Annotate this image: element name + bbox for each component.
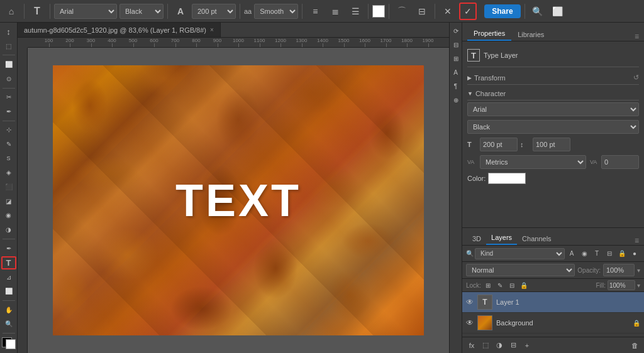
align-left-button[interactable]: ≡ (306, 3, 324, 20)
opacity-input[interactable] (603, 264, 635, 276)
lock-pixels-btn[interactable]: ⊞ (483, 280, 493, 290)
left-tool-brush[interactable]: ✎ (1, 138, 16, 151)
left-tool-zoom[interactable]: 🔍 (1, 318, 16, 331)
left-tool-eraser[interactable]: ⬛ (1, 180, 16, 193)
layer-item-bg[interactable]: 👁 Background 🔒 (462, 313, 644, 334)
panel-icon-4[interactable]: A (450, 67, 462, 78)
antialiasing-select[interactable]: Smooth (254, 4, 298, 19)
properties-options-button[interactable]: ≡ (635, 32, 639, 41)
left-tool-history[interactable]: ◈ (1, 166, 16, 180)
blend-mode-select[interactable]: Normal (466, 264, 575, 276)
add-fx-button[interactable]: fx (466, 340, 477, 351)
layers-options-button[interactable]: ≡ (635, 236, 639, 245)
options-panel-button[interactable]: ⊟ (413, 3, 431, 20)
left-tool-blur[interactable]: ◉ (1, 209, 16, 222)
document-tab[interactable]: autumn-g8d605d2c5_1920.jpg @ 83,6% (Laye… (18, 23, 221, 37)
left-tool-heal[interactable]: ⊹ (1, 124, 16, 137)
tracking-method-select[interactable]: Metrics (480, 155, 586, 169)
panel-icon-6[interactable]: ⊕ (450, 94, 462, 106)
tab-properties[interactable]: Properties (467, 27, 511, 41)
filter-icon-4[interactable]: ⊟ (604, 248, 615, 259)
sep6 (368, 4, 369, 19)
left-tool-dodge[interactable]: ◑ (1, 223, 16, 236)
lock-position-btn[interactable]: ✎ (495, 280, 505, 290)
tab-close-button[interactable]: × (210, 26, 214, 33)
left-tool-shape[interactable]: ⬜ (1, 285, 16, 298)
left-sep5 (3, 300, 15, 301)
filter-icon-1[interactable]: A (566, 248, 577, 259)
confirm-button[interactable]: ✓ (459, 3, 477, 20)
fill-input[interactable] (608, 280, 635, 290)
add-adjustment-button[interactable]: ◑ (494, 340, 505, 351)
ruler-row: 1002003004005006007008009001000110012001… (18, 38, 449, 48)
leading-input[interactable] (533, 138, 570, 151)
font-family-row: Arial (467, 100, 639, 118)
filter-icon-2[interactable]: ◉ (579, 248, 590, 259)
filter-toggle[interactable]: ● (629, 248, 640, 259)
font-size-input[interactable] (480, 138, 518, 151)
canvas-text-element[interactable]: TEXT (175, 175, 301, 226)
lock-artboards-btn[interactable]: ⊟ (507, 280, 517, 290)
character-color-swatch[interactable] (488, 173, 526, 184)
tab-layers[interactable]: Layers (486, 231, 517, 245)
align-right-button[interactable]: ☰ (347, 3, 364, 20)
layers-toolbar: 🔍 Kind A ◉ T ⊟ 🔒 ● (462, 246, 644, 262)
tab-channels[interactable]: Channels (517, 232, 556, 245)
layers-kind-select[interactable]: Kind (475, 248, 565, 259)
left-tool-select-rect[interactable]: ⬜ (1, 58, 16, 71)
align-center-button[interactable]: ≣ (326, 3, 344, 20)
character-font-family[interactable]: Arial (467, 102, 639, 116)
left-tool-lasso[interactable]: ⊙ (1, 72, 16, 85)
font-family-select[interactable]: Arial (54, 4, 117, 19)
panel-icon-3[interactable]: ⊞ (450, 53, 462, 64)
text-tool-indicator[interactable]: T (28, 3, 46, 20)
left-tool-gradient[interactable]: ◪ (1, 195, 16, 208)
opacity-arrow[interactable]: ▾ (637, 267, 640, 274)
new-layer-button[interactable]: + (521, 340, 533, 351)
add-mask-button[interactable]: ⬚ (480, 340, 491, 351)
character-font-style[interactable]: Black (467, 120, 639, 134)
left-tool-pen[interactable]: ✒ (1, 242, 16, 255)
panel-layout-button[interactable]: ⬜ (549, 3, 567, 20)
panel-icon-2[interactable]: ⊟ (450, 39, 462, 50)
character-header[interactable]: ▼ Character (467, 87, 639, 100)
left-tool-hand[interactable]: ✋ (1, 303, 16, 317)
font-style-select[interactable]: Black (119, 4, 164, 19)
transform-label: Transform (474, 74, 506, 82)
left-tool-crop[interactable]: ✂ (1, 90, 16, 104)
layer-1-eye[interactable]: 👁 (466, 298, 474, 307)
tab-3d[interactable]: 3D (467, 232, 486, 245)
delete-layer-button[interactable]: 🗑 (629, 340, 640, 351)
cancel-button[interactable]: ✕ (439, 3, 457, 20)
left-tool-path-select[interactable]: ⊿ (1, 271, 16, 284)
left-tool-text[interactable]: T (1, 256, 16, 269)
layer-item-1[interactable]: 👁 T Layer 1 (462, 292, 644, 313)
left-tool-eyedropper[interactable]: ✒ (1, 105, 16, 118)
layers-bottom-bar: fx ⬚ ◑ ⊟ + 🗑 (462, 337, 644, 353)
text-icon: T (34, 6, 40, 17)
add-group-button[interactable]: ⊟ (508, 340, 519, 351)
left-tool-stamp[interactable]: S (1, 152, 16, 165)
tracking-value-input[interactable] (601, 155, 639, 169)
filter-icon-3[interactable]: T (591, 248, 602, 259)
character-arrow: ▼ (467, 90, 473, 97)
tab-libraries[interactable]: Libraries (511, 28, 550, 41)
left-tool-move[interactable]: ↕ (1, 25, 16, 38)
warp-button[interactable]: ⌒ (393, 3, 411, 20)
text-color-swatch[interactable] (372, 5, 385, 18)
home-button[interactable]: ⌂ (3, 3, 20, 20)
share-button[interactable]: Share (484, 4, 520, 18)
lock-all-btn[interactable]: 🔒 (519, 280, 529, 290)
transform-reset-icon[interactable]: ↺ (633, 73, 639, 82)
layer-bg-eye[interactable]: 👁 (466, 318, 474, 327)
search-button[interactable]: 🔍 (529, 3, 547, 20)
bg-color[interactable] (6, 339, 16, 349)
left-tool-artboard[interactable]: ⬚ (1, 40, 16, 53)
font-size-select[interactable]: 200 pt (192, 4, 236, 19)
panel-icon-1[interactable]: ⟳ (450, 25, 462, 36)
filter-icon-5[interactable]: 🔒 (616, 248, 628, 259)
transform-header[interactable]: ▶ Transform ↺ (467, 71, 639, 85)
canvas-scroll-area[interactable]: TEXT (28, 48, 449, 353)
fill-arrow[interactable]: ▾ (637, 282, 640, 289)
panel-icon-5[interactable]: ¶ (450, 80, 462, 92)
